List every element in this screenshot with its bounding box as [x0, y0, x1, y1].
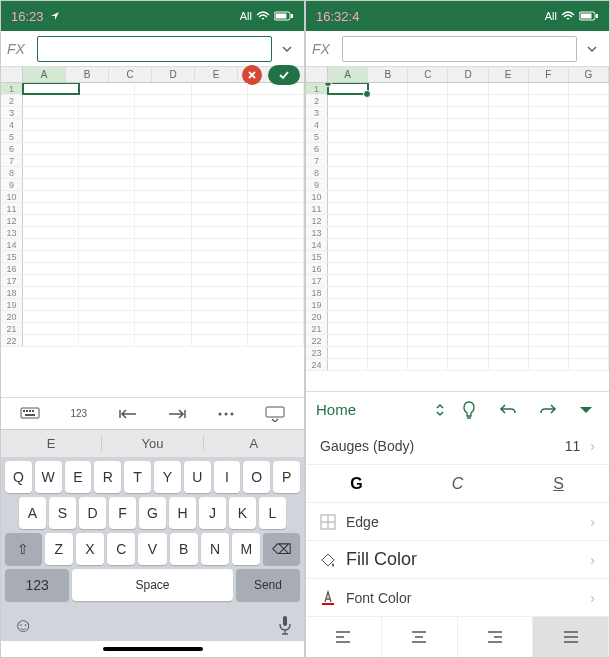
key-r[interactable]: R [94, 461, 121, 493]
cell[interactable] [569, 107, 609, 118]
key-p[interactable]: P [273, 461, 300, 493]
border-row[interactable]: Edge › [306, 503, 609, 541]
cell[interactable] [248, 95, 304, 106]
mic-icon[interactable] [278, 615, 292, 635]
cell[interactable] [328, 311, 368, 322]
cell[interactable] [408, 263, 448, 274]
cell[interactable] [23, 263, 79, 274]
row-header[interactable]: 18 [306, 287, 328, 298]
row-header[interactable]: 20 [306, 311, 328, 322]
cell[interactable] [23, 203, 79, 214]
cell[interactable] [23, 287, 79, 298]
cell[interactable] [135, 215, 191, 226]
row-header[interactable]: 10 [1, 191, 23, 202]
home-indicator[interactable] [1, 641, 304, 657]
cell[interactable] [248, 107, 304, 118]
key-v[interactable]: V [138, 533, 166, 565]
cell[interactable] [489, 167, 529, 178]
row-header[interactable]: 21 [1, 323, 23, 334]
cell[interactable] [79, 167, 135, 178]
cell[interactable] [248, 215, 304, 226]
cell[interactable] [79, 299, 135, 310]
cell[interactable] [79, 119, 135, 130]
cell[interactable] [529, 167, 569, 178]
row-header[interactable]: 16 [1, 263, 23, 274]
cell[interactable] [368, 143, 408, 154]
cell[interactable] [448, 107, 488, 118]
cell[interactable] [328, 347, 368, 358]
cell[interactable] [448, 95, 488, 106]
cell[interactable] [328, 251, 368, 262]
cell[interactable] [408, 311, 448, 322]
redo-icon[interactable] [533, 403, 563, 417]
suggestion-1[interactable]: E [1, 436, 102, 451]
cell[interactable] [192, 311, 248, 322]
cell[interactable] [328, 239, 368, 250]
cell[interactable] [529, 131, 569, 142]
cell[interactable] [489, 287, 529, 298]
row-header[interactable]: 18 [1, 287, 23, 298]
row-header[interactable]: 23 [306, 347, 328, 358]
cell[interactable] [569, 191, 609, 202]
select-all-corner[interactable] [1, 67, 23, 82]
cell[interactable] [569, 347, 609, 358]
undo-icon[interactable] [493, 403, 523, 417]
cell[interactable] [23, 299, 79, 310]
cell[interactable] [328, 179, 368, 190]
cell[interactable] [569, 119, 609, 130]
cell[interactable] [569, 227, 609, 238]
cell[interactable] [248, 155, 304, 166]
cell[interactable] [192, 323, 248, 334]
cell[interactable] [248, 143, 304, 154]
cell[interactable] [328, 83, 368, 94]
cell[interactable] [135, 83, 191, 94]
cell[interactable] [408, 287, 448, 298]
cell[interactable] [192, 83, 248, 94]
key-k[interactable]: K [229, 497, 256, 529]
cell[interactable] [23, 95, 79, 106]
formula-dropdown[interactable] [276, 36, 298, 62]
suggestion-2[interactable]: You [102, 436, 203, 451]
cell[interactable] [79, 179, 135, 190]
col-header-a[interactable]: A [23, 67, 66, 82]
cell[interactable] [248, 323, 304, 334]
cell[interactable] [569, 335, 609, 346]
cell[interactable] [529, 251, 569, 262]
cell[interactable] [408, 299, 448, 310]
row-header[interactable]: 24 [306, 359, 328, 370]
cell[interactable] [408, 323, 448, 334]
cell[interactable] [489, 263, 529, 274]
cell[interactable] [408, 227, 448, 238]
cell[interactable] [489, 347, 529, 358]
tab-forward-icon[interactable] [161, 402, 193, 426]
cell[interactable] [569, 167, 609, 178]
suggestion-3[interactable]: A [204, 436, 304, 451]
cell[interactable] [248, 191, 304, 202]
grid-right[interactable]: 123456789101112131415161718192021222324 [306, 83, 609, 391]
cell[interactable] [23, 155, 79, 166]
cell[interactable] [569, 179, 609, 190]
cell[interactable] [368, 347, 408, 358]
cell[interactable] [23, 239, 79, 250]
cell[interactable] [489, 155, 529, 166]
key-x[interactable]: X [76, 533, 104, 565]
cell[interactable] [489, 119, 529, 130]
cell[interactable] [135, 263, 191, 274]
key-b[interactable]: B [170, 533, 198, 565]
cell[interactable] [192, 95, 248, 106]
cell[interactable] [192, 131, 248, 142]
cell[interactable] [529, 299, 569, 310]
cell[interactable] [192, 107, 248, 118]
cell[interactable] [368, 323, 408, 334]
col-header-b[interactable]: B [368, 67, 408, 82]
row-header[interactable]: 15 [1, 251, 23, 262]
cell[interactable] [368, 155, 408, 166]
cell[interactable] [248, 83, 304, 94]
cell[interactable] [192, 263, 248, 274]
cell[interactable] [328, 191, 368, 202]
key-j[interactable]: J [199, 497, 226, 529]
cell[interactable] [408, 239, 448, 250]
cell[interactable] [23, 323, 79, 334]
cell[interactable] [368, 287, 408, 298]
cell[interactable] [569, 323, 609, 334]
